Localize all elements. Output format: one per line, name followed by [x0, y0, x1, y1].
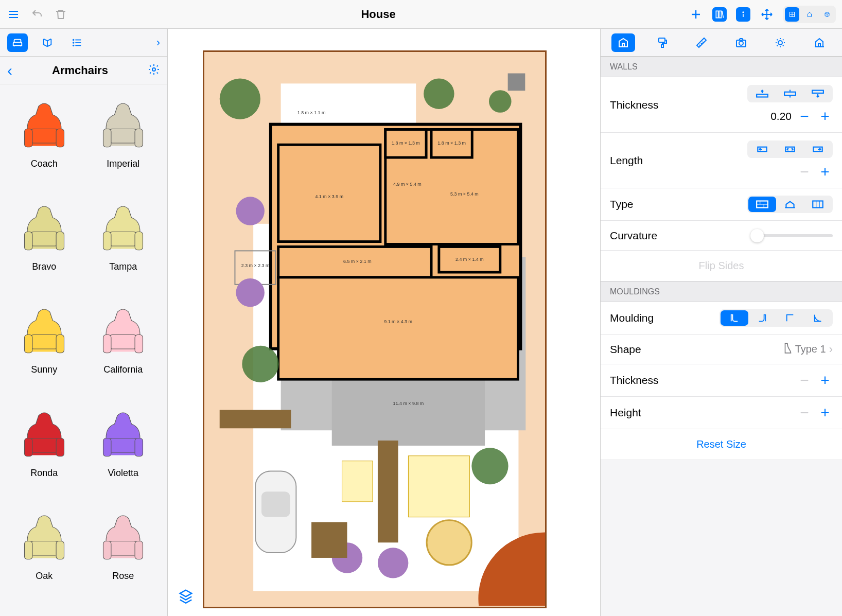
svg-rect-20	[30, 129, 58, 144]
svg-rect-49	[135, 541, 143, 559]
wall-type-glass-icon[interactable]	[804, 197, 832, 212]
library-item-label: California	[103, 364, 143, 375]
room-label: 5.3 m × 5.4 m	[450, 191, 479, 197]
curvature-label: Curvature	[610, 230, 750, 242]
svg-rect-47	[109, 541, 137, 555]
trash-icon[interactable]	[54, 7, 68, 22]
undo-icon[interactable]	[30, 7, 44, 22]
view-3d-icon[interactable]	[820, 7, 834, 22]
curvature-slider[interactable]	[750, 234, 833, 237]
library-item[interactable]: Coach	[7, 98, 81, 190]
walls-section-header: WALLS	[601, 57, 842, 77]
inspector-tabs	[601, 29, 842, 57]
moulding-corner-icon[interactable]	[776, 310, 804, 326]
chair-thumb	[16, 304, 73, 360]
object-properties-tab[interactable]	[611, 33, 635, 52]
measure-tab[interactable]	[690, 33, 713, 52]
moulding-height-label: Height	[610, 407, 797, 419]
menu-icon[interactable]	[6, 7, 21, 22]
library-item[interactable]: Violetta	[86, 407, 161, 500]
gear-icon[interactable]	[148, 63, 160, 78]
view-elevation-icon[interactable]	[802, 7, 817, 22]
svg-rect-39	[24, 438, 32, 456]
svg-point-66	[489, 90, 512, 113]
light-tab[interactable]	[768, 33, 792, 52]
chair-thumb	[16, 510, 73, 567]
library-item[interactable]: Oak	[7, 510, 81, 603]
flip-sides-button[interactable]: Flip Sides	[601, 251, 842, 281]
layers-icon[interactable]	[178, 588, 194, 606]
library-item-label: Tampa	[109, 261, 137, 272]
add-icon[interactable]	[689, 7, 703, 22]
camera-tab[interactable]	[729, 33, 753, 52]
svg-rect-88	[818, 44, 820, 47]
materials-tab[interactable]	[37, 33, 58, 52]
library-item[interactable]: Ronda	[7, 407, 81, 500]
anchor-right-icon[interactable]	[804, 142, 832, 157]
library-item[interactable]: Sunny	[7, 304, 81, 396]
chair-thumb	[95, 407, 151, 464]
moulding-cove-icon[interactable]	[804, 310, 832, 326]
anchor-center-icon[interactable]	[776, 142, 804, 157]
svg-rect-5	[716, 11, 718, 17]
moulding-base-icon[interactable]	[721, 310, 748, 326]
moulding-crown-icon[interactable]	[748, 310, 776, 326]
chevron-right-icon[interactable]: ›	[156, 36, 160, 49]
align-top-icon[interactable]	[748, 86, 776, 101]
moulding-height-minus[interactable]: −	[797, 404, 812, 421]
paint-tab[interactable]	[651, 33, 674, 52]
reset-size-button[interactable]: Reset Size	[601, 429, 842, 460]
svg-point-17	[73, 42, 74, 43]
moulding-type-segment	[720, 309, 833, 327]
thickness-plus[interactable]: +	[817, 108, 833, 125]
furniture-tab[interactable]	[7, 33, 28, 52]
room-label: 1.8 m × 1.3 m	[392, 140, 420, 146]
building-tab[interactable]	[808, 33, 831, 52]
library-item[interactable]: Rose	[86, 510, 161, 603]
thickness-minus[interactable]: −	[797, 108, 812, 125]
room-label: 1.8 m × 1.3 m	[437, 140, 466, 146]
list-tab[interactable]	[67, 33, 87, 52]
svg-rect-84	[661, 45, 663, 47]
library-item[interactable]: California	[86, 304, 161, 396]
library-tabs: ›	[0, 29, 167, 57]
moulding-height-plus[interactable]: +	[817, 404, 833, 421]
length-plus[interactable]: +	[817, 163, 833, 181]
shape-row[interactable]: Shape Type 1 ›	[601, 335, 842, 364]
thickness-value: 0.20	[764, 110, 792, 122]
moulding-thickness-minus[interactable]: −	[797, 372, 812, 389]
room-label: 2.3 m × 2.3 m	[241, 263, 270, 268]
moulding-thickness-row: Thickness − +	[601, 364, 842, 397]
view-mode-group	[783, 6, 836, 23]
svg-rect-41	[109, 438, 137, 452]
move-icon[interactable]	[760, 7, 774, 22]
svg-rect-25	[135, 129, 143, 147]
moulding-thickness-plus[interactable]: +	[817, 372, 833, 389]
library-item[interactable]: Imperial	[86, 98, 161, 190]
length-label: Length	[610, 154, 747, 167]
thickness-label: Thickness	[610, 99, 747, 111]
length-minus[interactable]: −	[797, 163, 812, 181]
svg-rect-36	[103, 335, 111, 353]
align-center-icon[interactable]	[776, 86, 804, 101]
svg-rect-24	[103, 129, 111, 147]
svg-point-72	[378, 548, 408, 578]
wall-type-gable-icon[interactable]	[776, 197, 804, 212]
svg-point-69	[242, 346, 278, 382]
library-item-label: Oak	[36, 571, 52, 582]
info-icon[interactable]	[736, 7, 750, 22]
back-icon[interactable]: ‹	[7, 62, 12, 79]
svg-rect-83	[659, 38, 665, 42]
anchor-left-icon[interactable]	[748, 142, 776, 157]
library-item[interactable]: Tampa	[86, 201, 161, 293]
shape-value: Type 1	[795, 343, 826, 355]
view-2d-icon[interactable]	[785, 7, 799, 22]
library-item[interactable]: Bravo	[7, 201, 81, 293]
align-bottom-icon[interactable]	[804, 86, 832, 101]
floorplan-canvas[interactable]: 1.8 m × 1.1 m 1.8 m × 1.3 m 1.8 m × 1.3 …	[168, 29, 600, 616]
svg-rect-31	[135, 232, 143, 250]
library-icon[interactable]	[712, 7, 727, 22]
room-label: 1.8 m × 1.1 m	[297, 110, 326, 115]
wall-type-solid-icon[interactable]	[748, 197, 776, 212]
shape-profile-icon	[784, 342, 792, 356]
